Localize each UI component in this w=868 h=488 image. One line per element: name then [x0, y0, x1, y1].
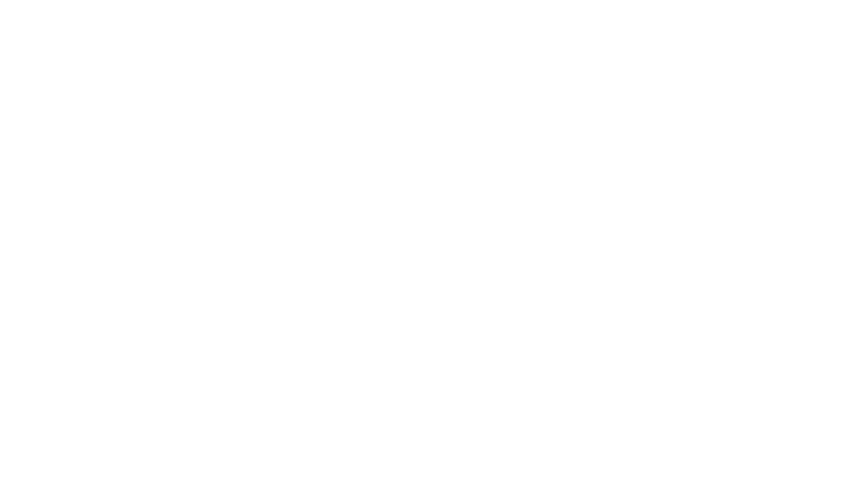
slide: [0, 0, 868, 488]
